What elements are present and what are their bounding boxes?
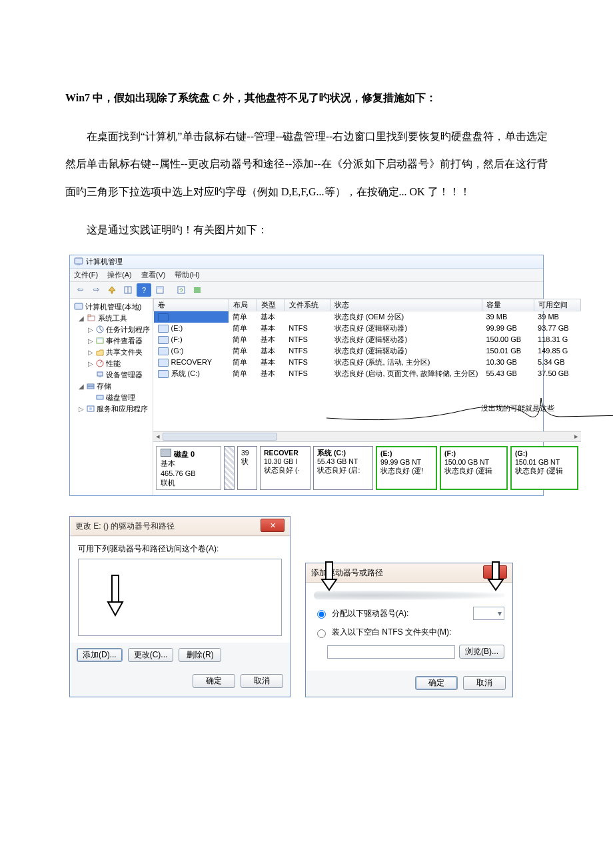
assign-letter-radio[interactable] xyxy=(317,610,326,619)
svg-rect-8 xyxy=(194,289,201,291)
menu-action[interactable]: 操作(A) xyxy=(107,270,132,280)
tree-performance[interactable]: ▷性能 xyxy=(71,358,151,369)
show-hide-icon[interactable] xyxy=(121,283,135,297)
svg-rect-21 xyxy=(97,395,103,399)
intro-para1: 在桌面找到“计算机”单击鼠标右键--管理--磁盘管理--右边窗口里找到要恢复旳硬… xyxy=(65,123,548,206)
table-row[interactable]: (E:)简单基本NTFS状态良好 (逻辑驱动器)99.99 GB93.77 GB xyxy=(154,323,581,334)
up-icon[interactable] xyxy=(105,283,119,297)
partition-hatch[interactable] xyxy=(224,446,235,490)
cancel-button[interactable]: 取消 xyxy=(463,676,506,690)
tree-storage[interactable]: ◢存储 xyxy=(71,381,151,392)
col-capacity[interactable]: 容量 xyxy=(482,299,534,311)
toolbar: ⇦ ⇨ ? xyxy=(70,282,543,299)
tree-services[interactable]: ▷服务和应用程序 xyxy=(71,403,151,415)
change-button[interactable]: 更改(C)... xyxy=(128,648,174,662)
horizontal-scrollbar[interactable]: ◂ ▸ xyxy=(153,431,581,441)
volume-icon xyxy=(158,325,169,333)
svg-rect-26 xyxy=(492,562,499,579)
intro-heading: Win7 中，假如出现除了系统盘 C 外，其他盘符不见了旳状况，修复措施如下： xyxy=(65,84,548,112)
disk-icon xyxy=(161,449,171,457)
partition[interactable]: RECOVER10.30 GB I状态良好 (· xyxy=(260,446,310,490)
tree-diskmgmt[interactable]: 磁盘管理 xyxy=(71,392,151,403)
computer-management-window: 计算机管理 文件(F) 操作(A) 查看(V) 帮助(H) ⇦ ⇨ ? 计算机管… xyxy=(69,255,544,496)
svg-rect-20 xyxy=(87,387,94,389)
col-layout[interactable]: 布局 xyxy=(229,299,257,311)
help-icon[interactable]: ? xyxy=(137,283,151,297)
svg-point-23 xyxy=(89,407,92,410)
col-status[interactable]: 状态 xyxy=(330,299,482,311)
disk-graphical-view: 磁盘 0 基本 465.76 GB 联机 39状 RECOVER10.30 GB… xyxy=(153,441,581,495)
col-volume[interactable]: 卷 xyxy=(154,299,229,311)
table-row[interactable]: RECOVERY简单基本NTFS状态良好 (系统, 活动, 主分区)10.30 … xyxy=(154,357,581,368)
cancel-button[interactable]: 取消 xyxy=(241,674,283,688)
add-drive-letter-dialog: 添加驱动器号或路径 ✕ 分配以下驱动器号(A): ▾ 装入以下空白 NTFS 文… xyxy=(305,563,513,697)
refresh-icon[interactable] xyxy=(174,283,189,297)
partition[interactable]: (F:)150.00 GB NT状态良好 (逻辑 xyxy=(440,446,508,490)
partition[interactable]: (E:)99.99 GB NT状态良好 (逻! xyxy=(376,446,437,490)
partition[interactable]: (G:)150.01 GB NT状态良好 (逻辑 xyxy=(510,446,578,490)
ok-button[interactable]: 确定 xyxy=(193,674,235,688)
pane-icon[interactable] xyxy=(153,283,167,297)
svg-rect-15 xyxy=(97,338,103,339)
svg-rect-18 xyxy=(99,376,101,377)
drive-letter-combo[interactable]: ▾ xyxy=(473,607,504,620)
menu-view[interactable]: 查看(V) xyxy=(141,270,166,280)
nav-tree[interactable]: 计算机管理(本地) ◢ 系统工具 ▷任务计划程序 ▷事件查看器 ▷共享文件夹 ▷… xyxy=(70,299,153,495)
ok-button[interactable]: 确定 xyxy=(415,676,458,690)
svg-rect-6 xyxy=(178,287,185,293)
remove-button[interactable]: 删除(R) xyxy=(179,648,221,662)
menu-help[interactable]: 帮助(H) xyxy=(175,270,199,280)
svg-rect-25 xyxy=(326,562,332,579)
browse-button[interactable]: 浏览(B)... xyxy=(459,645,504,659)
scrollbar-thumb[interactable] xyxy=(163,433,277,441)
dialog1-title: 更改 E: () 的驱动器号和路径 xyxy=(75,521,175,532)
close-button[interactable]: ✕ xyxy=(261,519,285,532)
tree-root[interactable]: 计算机管理(本地) xyxy=(71,301,151,313)
menubar[interactable]: 文件(F) 操作(A) 查看(V) 帮助(H) xyxy=(70,269,543,282)
dialog1-titlebar: 更改 E: () 的驱动器号和路径 ✕ xyxy=(70,517,290,536)
tree-sharedfolders[interactable]: ▷共享文件夹 xyxy=(71,347,151,358)
svg-rect-9 xyxy=(194,291,201,293)
partition-oem[interactable]: 39状 xyxy=(237,446,257,490)
drive-paths-listbox[interactable] xyxy=(78,559,282,636)
table-row[interactable]: 简单基本状态良好 (OEM 分区)39 MB39 MB xyxy=(154,311,581,323)
change-drive-letter-dialog: 更改 E: () 的驱动器号和路径 ✕ 可用下列驱动器号和路径访问这个卷(A):… xyxy=(69,516,291,697)
tree-devicemgr[interactable]: 设备管理器 xyxy=(71,369,151,381)
back-button[interactable]: ⇦ xyxy=(73,283,87,297)
tree-tasksched[interactable]: ▷任务计划程序 xyxy=(71,324,151,335)
svg-rect-5 xyxy=(157,287,163,289)
window-titlebar: 计算机管理 xyxy=(70,255,543,269)
add-button[interactable]: 添加(D)... xyxy=(77,648,123,662)
svg-rect-0 xyxy=(75,258,83,264)
svg-rect-24 xyxy=(112,575,119,602)
table-row[interactable]: (F:)简单基本NTFS状态良好 (逻辑驱动器)150.00 GB118.31 … xyxy=(154,334,581,345)
annotation-area: 没出现的可能就是这些 xyxy=(153,379,581,431)
col-filesystem[interactable]: 文件系统 xyxy=(285,299,330,311)
svg-rect-7 xyxy=(194,287,201,289)
tree-eventviewer[interactable]: ▷事件查看器 xyxy=(71,335,151,347)
volume-icon xyxy=(158,313,169,321)
mount-folder-radio[interactable] xyxy=(317,629,326,638)
tree-systools[interactable]: ◢ 系统工具 xyxy=(71,313,151,324)
svg-rect-12 xyxy=(88,315,91,317)
col-freespace[interactable]: 可用空间 xyxy=(534,299,580,311)
table-row[interactable]: 系统 (C:)简单基本NTFS状态良好 (启动, 页面文件, 故障转储, 主分区… xyxy=(154,368,581,379)
svg-rect-17 xyxy=(97,372,103,376)
volume-icon xyxy=(158,370,169,378)
smudged-text xyxy=(314,591,504,600)
disk-header[interactable]: 磁盘 0 基本 465.76 GB 联机 xyxy=(156,446,221,490)
list-icon[interactable] xyxy=(190,283,205,297)
mount-path-input[interactable] xyxy=(327,645,455,659)
app-icon xyxy=(74,257,83,266)
partition[interactable]: 系统 (C:)55.43 GB NT状态良好 (启: xyxy=(313,446,373,490)
volume-table[interactable]: 卷 布局 类型 文件系统 状态 容量 可用空间 简单基本状态良好 (OEM 分区… xyxy=(153,299,581,379)
volume-icon xyxy=(158,347,169,355)
col-type[interactable]: 类型 xyxy=(257,299,285,311)
forward-button[interactable]: ⇨ xyxy=(89,283,103,297)
table-row[interactable]: (G:)简单基本NTFS状态良好 (逻辑驱动器)150.01 GB149.85 … xyxy=(154,345,581,357)
menu-file[interactable]: 文件(F) xyxy=(74,270,98,280)
svg-rect-1 xyxy=(77,264,80,265)
window-title: 计算机管理 xyxy=(86,257,123,267)
volume-icon xyxy=(158,359,169,367)
annotation-arrow-icon xyxy=(487,561,504,593)
